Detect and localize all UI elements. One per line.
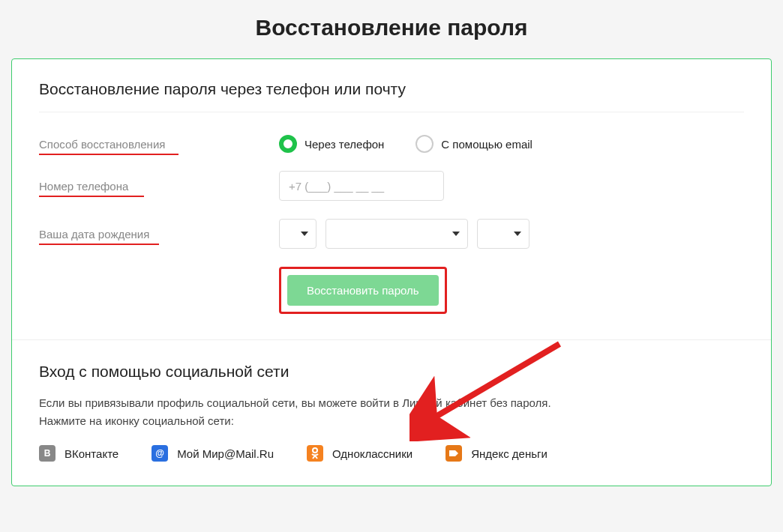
row-dob: Ваша дата рождения (39, 219, 744, 249)
social-ok-label: Одноклассники (332, 447, 412, 460)
chevron-down-icon (452, 232, 460, 236)
recovery-method-options: Через телефон С помощью email (279, 135, 744, 153)
recovery-method-label-text: Способ восстановления (39, 138, 165, 151)
form-section: Восстановление пароля через телефон или … (12, 59, 771, 339)
dob-day-select[interactable] (279, 219, 316, 249)
vk-icon: B (39, 445, 56, 462)
social-vk[interactable]: B ВКонтакте (39, 445, 118, 462)
submit-area: Восстановить пароль (279, 267, 447, 314)
social-yandex-label: Яндекс деньги (471, 447, 548, 460)
submit-spacer (39, 267, 279, 314)
social-ok[interactable]: Одноклассники (307, 445, 412, 462)
phone-label-text: Номер телефона (39, 180, 128, 193)
social-section: Вход с помощью социальной сети Если вы п… (12, 339, 771, 486)
radio-phone-label: Через телефон (304, 138, 384, 151)
dob-controls (279, 219, 744, 249)
radio-email[interactable]: С помощью email (416, 135, 532, 153)
recovery-method-label: Способ восстановления (39, 138, 279, 151)
social-desc-line1: Если вы привязывали профиль социальной с… (39, 396, 551, 409)
svg-point-1 (313, 448, 317, 453)
row-submit: Восстановить пароль (39, 267, 744, 314)
radio-phone[interactable]: Через телефон (279, 135, 384, 153)
phone-input[interactable]: +7 (___) ___ __ __ (279, 171, 444, 201)
dob-label-text: Ваша дата рождения (39, 228, 149, 241)
page-title: Восстановление пароля (11, 15, 772, 40)
yandex-money-icon (446, 445, 462, 462)
social-mailru-label: Мой Мир@Mail.Ru (177, 447, 274, 460)
underline-mark (39, 154, 178, 155)
restore-password-button[interactable]: Восстановить пароль (287, 275, 439, 306)
radio-phone-icon (279, 135, 297, 153)
dob-label: Ваша дата рождения (39, 228, 279, 241)
social-vk-label: ВКонтакте (64, 447, 118, 460)
row-recovery-method: Способ восстановления Через телефон С по… (39, 135, 744, 153)
row-phone: Номер телефона +7 (___) ___ __ __ (39, 171, 744, 201)
divider (39, 112, 744, 112)
underline-mark (39, 244, 159, 245)
social-section-title: Вход с помощью социальной сети (39, 363, 744, 381)
mailru-icon: @ (152, 445, 168, 462)
social-desc-line2: Нажмите на иконку социальной сети: (39, 414, 234, 427)
social-yandex[interactable]: Яндекс деньги (446, 445, 548, 462)
highlight-box: Восстановить пароль (279, 267, 447, 314)
social-list: B ВКонтакте @ Мой Мир@Mail.Ru Одноклассн… (39, 445, 744, 462)
recovery-card: Восстановление пароля через телефон или … (11, 58, 772, 486)
chevron-down-icon (514, 232, 521, 236)
form-section-title: Восстановление пароля через телефон или … (39, 80, 744, 98)
dob-month-select[interactable] (326, 219, 468, 249)
social-description: Если вы привязывали профиль социальной с… (39, 394, 744, 430)
phone-control: +7 (___) ___ __ __ (279, 171, 744, 201)
chevron-down-icon (301, 232, 308, 236)
radio-email-icon (416, 135, 434, 153)
dob-year-select[interactable] (477, 219, 530, 249)
underline-mark (39, 196, 144, 197)
ok-icon (307, 445, 323, 462)
radio-email-label: С помощью email (441, 138, 532, 151)
phone-label: Номер телефона (39, 180, 279, 193)
social-mailru[interactable]: @ Мой Мир@Mail.Ru (152, 445, 274, 462)
